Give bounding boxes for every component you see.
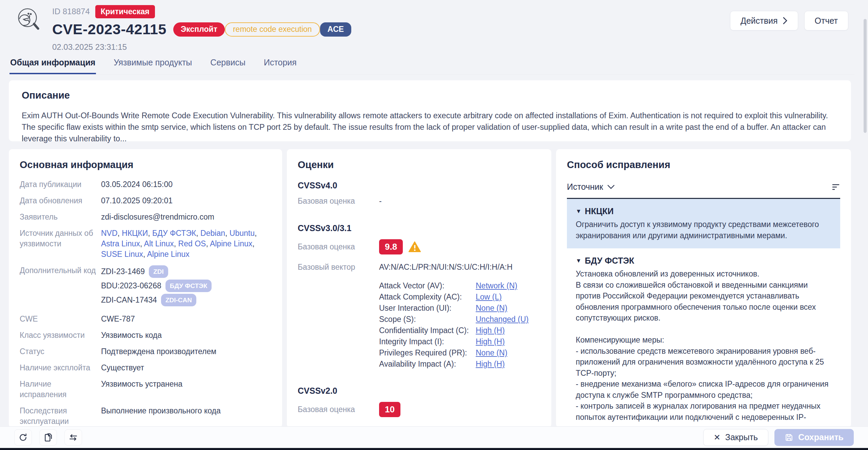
metric-label: Confidentiality Impact (C): bbox=[379, 325, 476, 336]
cvss4-heading: CVSSv4.0 bbox=[298, 181, 540, 190]
fix-section-header[interactable]: ▼НКЦКИ bbox=[576, 206, 831, 216]
info-row: Класс уязвимостиУязвимость кода bbox=[20, 330, 271, 341]
code-source-badge: БДУ ФСТЭК bbox=[165, 280, 212, 292]
metric-value-link[interactable]: Low (L) bbox=[476, 291, 502, 303]
severity-badge: Критическая bbox=[95, 5, 155, 18]
metric-row: Scope (S):Unchanged (U) bbox=[379, 314, 540, 325]
source-link[interactable]: Alt Linux bbox=[144, 239, 174, 248]
source-link[interactable]: NVD bbox=[101, 229, 118, 238]
code-line: BDU:2023-06268БДУ ФСТЭК bbox=[101, 280, 212, 292]
page-title: CVE-2023-42115 bbox=[52, 21, 166, 38]
info-value: Уязвимость устранена bbox=[101, 379, 182, 400]
source-link[interactable]: Alpine Linux bbox=[210, 239, 252, 248]
refresh-button[interactable] bbox=[14, 429, 32, 446]
metric-row: Confidentiality Impact (C):High (H) bbox=[379, 325, 540, 336]
actions-button[interactable]: Действия bbox=[730, 11, 798, 30]
copy-icon bbox=[44, 433, 53, 442]
info-row: СтатусПодтверждена производителем bbox=[20, 346, 271, 357]
main-info-title: Основная информация bbox=[20, 159, 271, 170]
source-dropdown[interactable]: Источник bbox=[567, 182, 615, 192]
window-edge bbox=[0, 448, 868, 450]
vulnerability-details-page: ID 818874 Критическая CVE-2023-42115 Экс… bbox=[0, 0, 868, 450]
metric-value-link[interactable]: High (H) bbox=[476, 325, 505, 336]
info-row: Наличие эксплойтаСуществует bbox=[20, 363, 271, 373]
vulnerability-id: ID 818874 bbox=[52, 7, 90, 16]
metric-value-link[interactable]: None (N) bbox=[476, 347, 507, 359]
fix-section-name: БДУ ФСТЭК bbox=[585, 256, 634, 265]
exploit-badge: Эксплойт bbox=[173, 22, 225, 37]
info-row: CWECWE-787 bbox=[20, 314, 271, 324]
fix-title: Способ исправления bbox=[567, 159, 840, 170]
source-link[interactable]: Ubuntu bbox=[230, 229, 255, 238]
fix-section: ▼НКЦКИОграничить доступ к уязвимому прод… bbox=[567, 199, 840, 248]
chevron-right-icon bbox=[783, 17, 788, 25]
source-link[interactable]: Debian bbox=[200, 229, 225, 238]
source-link[interactable]: Astra Linux bbox=[101, 239, 140, 248]
code-value: ZDI-23-1469 bbox=[101, 266, 145, 277]
scrollbar[interactable] bbox=[864, 19, 867, 133]
cvss3-base-label: Базовая оценка bbox=[298, 242, 379, 251]
info-value: Уязвимость кода bbox=[101, 330, 162, 341]
source-link[interactable]: Red OS bbox=[178, 239, 206, 248]
info-row: Дата публикации03.05.2024 06:15:00 bbox=[20, 179, 271, 190]
cvss3-vector: AV:N/AC:L/PR:N/UI:N/S:U/C:H/I:H/A:H bbox=[379, 262, 513, 272]
info-label: Источник данных об уязвимости bbox=[20, 228, 101, 260]
save-icon bbox=[785, 433, 793, 442]
metric-row: Attack Vector (AV):Network (N) bbox=[379, 280, 540, 291]
tab-bar: Общая информацияУязвимые продуктыСервисы… bbox=[9, 56, 854, 75]
source-link[interactable]: SUSE Linux bbox=[101, 250, 143, 259]
sort-icon[interactable] bbox=[831, 183, 840, 191]
metric-label: Scope (S): bbox=[379, 314, 476, 325]
cvss3-metrics: Attack Vector (AV):Network (N)Attack Com… bbox=[379, 280, 540, 370]
close-button[interactable]: ✕ Закрыть bbox=[703, 429, 768, 446]
cvss2-score-badge: 10 bbox=[379, 402, 400, 417]
code-line: ZDI-23-1469ZDI bbox=[101, 265, 212, 278]
code-source-badge: ZDI bbox=[149, 265, 168, 278]
metric-value-link[interactable]: None (N) bbox=[476, 303, 507, 314]
info-value: Выполнение произвольного кода bbox=[101, 406, 221, 427]
code-value: BDU:2023-06268 bbox=[101, 281, 161, 291]
tab-services[interactable]: Сервисы bbox=[210, 56, 246, 74]
code-value: ZDI-CAN-17434 bbox=[101, 295, 157, 305]
metric-value-link[interactable]: High (H) bbox=[476, 359, 505, 370]
info-row: Заявительzdi-disclosures@trendmicro.com bbox=[20, 212, 271, 222]
code-source-badge: ZDI-CAN bbox=[161, 294, 196, 306]
close-icon: ✕ bbox=[714, 433, 721, 442]
code-line: ZDI-CAN-17434ZDI-CAN bbox=[101, 294, 212, 306]
tag-badge: remote code execution bbox=[225, 22, 320, 37]
tab-general[interactable]: Общая информация bbox=[9, 56, 96, 74]
footer-toolbar: ✕ Закрыть Сохранить bbox=[0, 426, 868, 448]
metric-value-link[interactable]: High (H) bbox=[476, 336, 505, 347]
save-button[interactable]: Сохранить bbox=[774, 429, 854, 446]
title-badges: Эксплойтremote code executionACE bbox=[173, 22, 351, 37]
copy-button[interactable] bbox=[39, 429, 57, 446]
source-link[interactable]: НКЦКИ bbox=[122, 229, 148, 238]
metric-label: Integrity Impact (I): bbox=[379, 336, 476, 347]
info-value: Подтверждена производителем bbox=[101, 346, 216, 357]
report-button[interactable]: Отчет bbox=[804, 11, 848, 30]
tab-products[interactable]: Уязвимые продукты bbox=[113, 56, 193, 74]
metric-label: Privileges Required (PR): bbox=[379, 347, 476, 359]
info-value: Существует bbox=[101, 363, 144, 373]
page-header: ID 818874 Критическая CVE-2023-42115 Экс… bbox=[14, 5, 351, 52]
source-link[interactable]: Alpine Linux bbox=[147, 250, 190, 259]
info-value: CWE-787 bbox=[101, 314, 135, 324]
metric-value-link[interactable]: Network (N) bbox=[476, 280, 517, 291]
tab-history[interactable]: История bbox=[263, 56, 297, 74]
fix-section-header[interactable]: ▼БДУ ФСТЭК bbox=[576, 256, 831, 266]
info-value: NVD, НКЦКИ, БДУ ФСТЭК, Debian, Ubuntu, A… bbox=[101, 228, 271, 260]
info-label: Дополнительный код bbox=[20, 265, 101, 308]
fix-section: ▼БДУ ФСТЭКУстановка обновлений из довере… bbox=[567, 248, 840, 428]
info-label: Дата обновления bbox=[20, 196, 101, 206]
swap-button[interactable] bbox=[64, 429, 82, 446]
info-row: Последствия эксплуатацииВыполнение произ… bbox=[20, 406, 271, 427]
source-link[interactable]: БДУ ФСТЭК bbox=[152, 229, 196, 238]
metric-row: Attack Complexity (AC):Low (L) bbox=[379, 291, 540, 303]
metric-value-link[interactable]: Unchanged (U) bbox=[476, 314, 529, 325]
description-text: Exim AUTH Out-Of-Bounds Write Remote Cod… bbox=[22, 110, 838, 144]
info-row: Дата обновления07.10.2025 09:20:01 bbox=[20, 196, 271, 206]
refresh-icon bbox=[19, 433, 27, 442]
main-info-card: Основная информация Дата публикации03.05… bbox=[9, 149, 282, 428]
info-value: 03.05.2024 06:15:00 bbox=[101, 179, 173, 190]
scores-card: Оценки CVSSv4.0 Базовая оценка - CVSSv3.… bbox=[287, 149, 551, 428]
